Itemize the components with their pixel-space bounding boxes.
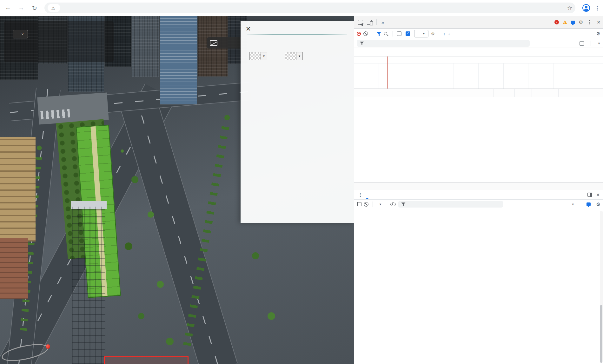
divider xyxy=(247,34,347,35)
disable-cache-checkbox[interactable] xyxy=(406,31,410,36)
record-icon[interactable] xyxy=(357,32,361,36)
address-bar[interactable]: ⚠ ☆ xyxy=(44,3,575,13)
bookmark-star-icon[interactable]: ☆ xyxy=(567,4,572,11)
preserve-log-checkbox[interactable] xyxy=(397,31,401,36)
drawer-menu-icon[interactable]: ⋮ xyxy=(357,192,364,198)
chevron-down-icon: ▼ xyxy=(598,42,600,45)
refresh-icon[interactable]: ↻ xyxy=(29,3,40,13)
drawer-close-icon[interactable]: ✕ xyxy=(595,192,600,197)
filter-icon xyxy=(401,202,406,206)
timeline-ruler xyxy=(354,56,603,63)
device-toolbar-icon[interactable] xyxy=(367,20,372,25)
chevron-down-icon: ▼ xyxy=(379,203,382,206)
divider xyxy=(376,19,377,25)
execution-context-select[interactable]: ▼ xyxy=(377,203,382,206)
invisible-color-dropdown[interactable]: ▼ xyxy=(296,52,303,60)
clip-mode-row: ∨ xyxy=(7,30,110,38)
network-conditions-icon[interactable] xyxy=(431,31,435,36)
object-id-tooltip xyxy=(207,37,242,49)
clip-region-outline xyxy=(104,356,189,364)
console-sidebar-icon[interactable] xyxy=(357,202,361,206)
error-count-badge[interactable]: × xyxy=(554,20,560,24)
city-building-glass xyxy=(160,16,197,104)
logo-dot xyxy=(46,344,50,349)
close-icon[interactable]: ✕ xyxy=(246,25,251,33)
network-request-list xyxy=(354,97,603,181)
security-badge[interactable]: ⚠ xyxy=(48,4,61,12)
more-tabs-icon[interactable]: » xyxy=(380,20,386,25)
column-header-name[interactable] xyxy=(354,89,494,97)
invert-filter-checkbox[interactable] xyxy=(580,41,584,46)
import-har-icon[interactable] xyxy=(443,31,446,36)
city-building xyxy=(132,16,159,77)
gray-tower xyxy=(72,207,105,364)
message-icon xyxy=(586,202,591,206)
visible-color-group: ▼ xyxy=(249,49,267,60)
error-icon: × xyxy=(554,20,559,24)
visible-color-swatch[interactable] xyxy=(249,52,261,60)
chevron-down-icon: ▼ xyxy=(572,203,574,206)
network-filter-input[interactable] xyxy=(357,40,530,47)
dock-panel-icon[interactable] xyxy=(587,193,592,197)
network-settings-icon[interactable]: ⚙ xyxy=(596,31,600,36)
forward-icon[interactable]: → xyxy=(16,3,27,13)
warning-icon: ⚠ xyxy=(51,6,55,10)
console-messages xyxy=(354,209,603,364)
browser-toolbar: ← → ↻ ⚠ ☆ ⋮ xyxy=(0,0,603,16)
network-table-header xyxy=(354,89,603,97)
trees xyxy=(121,149,124,153)
console-toolbar: ▼ ▼ ⚙ xyxy=(354,200,603,209)
chevron-down-icon: ▼ xyxy=(422,32,425,35)
message-icon xyxy=(571,21,575,24)
filter-icon xyxy=(360,42,364,45)
browser-menu-icon[interactable]: ⋮ xyxy=(594,5,600,11)
load-event-line xyxy=(387,56,388,89)
devtools-menu-icon[interactable]: ⋮ xyxy=(586,19,593,25)
column-header-type[interactable] xyxy=(515,89,532,97)
console-scrollbar[interactable] xyxy=(600,211,603,363)
column-header-size[interactable] xyxy=(559,89,582,97)
devtools-close-icon[interactable]: ✕ xyxy=(596,20,601,25)
supermap-logo xyxy=(3,344,76,364)
cesium-3d-viewport[interactable]: ∨ ✕ ▼ ▼ xyxy=(0,16,354,364)
clip-mode-select[interactable]: ∨ xyxy=(13,30,28,38)
invisible-color-group: ▼ xyxy=(285,49,303,60)
export-har-icon[interactable] xyxy=(448,31,450,36)
warning-count-badge[interactable] xyxy=(563,20,568,24)
console-header: ⋮ ✕ xyxy=(354,190,603,200)
warning-icon xyxy=(563,20,567,24)
devtools-tabbar: » × ⚙ ⋮ ✕ xyxy=(354,16,603,29)
color-pickers-row: ▼ ▼ xyxy=(241,49,354,60)
logo-orbit xyxy=(0,341,50,364)
console-filter-input[interactable] xyxy=(398,201,503,208)
clear-network-log-icon[interactable] xyxy=(363,31,368,36)
chevron-down-icon: ∨ xyxy=(21,32,24,36)
property-edit-panel: ✕ ▼ ▼ xyxy=(241,21,354,223)
console-drawer: ⋮ ✕ ▼ ▼ ⚙ xyxy=(354,190,603,364)
network-filterbar: ▼ xyxy=(354,39,603,48)
filter-icon[interactable] xyxy=(376,32,381,36)
column-header-initiator[interactable] xyxy=(532,89,559,97)
image-icon xyxy=(210,40,217,46)
profile-avatar[interactable] xyxy=(582,4,590,12)
settings-gear-icon[interactable]: ⚙ xyxy=(579,19,583,25)
inspect-element-icon[interactable] xyxy=(358,20,363,25)
visible-color-dropdown[interactable]: ▼ xyxy=(261,52,267,60)
request-type-chips xyxy=(354,48,603,56)
city-building xyxy=(0,137,36,242)
devtools-panel: » × ⚙ ⋮ ✕ ▼ ⚙ xyxy=(354,16,603,364)
live-expression-eye-icon[interactable] xyxy=(390,202,396,206)
waterfall-overview xyxy=(354,63,603,89)
tab-console[interactable] xyxy=(364,190,370,199)
search-icon[interactable] xyxy=(384,32,387,35)
clear-console-icon[interactable] xyxy=(364,202,368,207)
throttling-select[interactable]: ▼ xyxy=(414,30,428,37)
column-header-status[interactable] xyxy=(494,89,515,97)
network-toolbar: ▼ ⚙ xyxy=(354,29,603,39)
network-overview[interactable] xyxy=(354,56,603,89)
issues-count-badge[interactable] xyxy=(571,21,576,24)
console-settings-icon[interactable]: ⚙ xyxy=(596,202,600,207)
back-icon[interactable]: ← xyxy=(3,3,13,13)
column-header-time[interactable] xyxy=(582,89,603,97)
invisible-color-swatch[interactable] xyxy=(285,52,296,60)
